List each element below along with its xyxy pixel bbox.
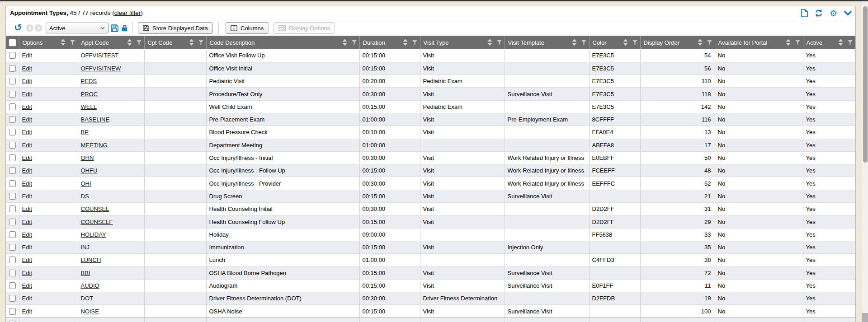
filter-icon[interactable] bbox=[137, 40, 142, 45]
sort-icon[interactable] bbox=[403, 39, 408, 46]
appt-code-link[interactable]: LUNCH bbox=[81, 257, 101, 263]
sort-icon[interactable] bbox=[342, 39, 347, 46]
column-header-options[interactable]: Options bbox=[19, 36, 78, 49]
row-checkbox[interactable] bbox=[9, 52, 16, 59]
edit-link[interactable]: Edit bbox=[22, 129, 32, 135]
appt-code-link[interactable]: OHI bbox=[81, 180, 91, 187]
appt-code-link[interactable]: PEDS bbox=[81, 78, 97, 84]
column-header-available_for_portal[interactable]: Available for Portal bbox=[715, 36, 803, 49]
filter-icon[interactable] bbox=[198, 40, 203, 45]
column-header-display_order[interactable]: Display Order bbox=[640, 36, 715, 49]
filter-icon[interactable] bbox=[848, 40, 853, 45]
row-checkbox[interactable] bbox=[9, 103, 16, 110]
edit-link[interactable]: Edit bbox=[22, 91, 32, 98]
row-checkbox[interactable] bbox=[9, 154, 16, 161]
filter-icon[interactable] bbox=[581, 40, 586, 45]
edit-link[interactable]: Edit bbox=[22, 282, 32, 289]
row-checkbox[interactable] bbox=[9, 244, 16, 251]
appt-code-link[interactable]: AUDIO bbox=[81, 282, 99, 289]
row-checkbox[interactable] bbox=[9, 78, 16, 84]
row-checkbox[interactable] bbox=[9, 180, 16, 187]
row-checkbox[interactable] bbox=[9, 231, 16, 238]
column-header-active[interactable]: Active bbox=[803, 36, 855, 49]
filter-icon[interactable] bbox=[707, 40, 712, 45]
row-checkbox[interactable] bbox=[9, 129, 16, 135]
nav-back-button[interactable] bbox=[26, 24, 33, 32]
status-filter-select[interactable]: Active bbox=[46, 23, 108, 33]
edit-link[interactable]: Edit bbox=[22, 65, 32, 72]
columns-button[interactable]: Columns bbox=[226, 22, 269, 34]
refresh-icon[interactable] bbox=[815, 9, 823, 17]
edit-link[interactable]: Edit bbox=[22, 270, 32, 276]
appt-code-link[interactable]: MEETING bbox=[81, 142, 108, 149]
appt-code-link[interactable]: COUNSEL bbox=[81, 205, 109, 212]
appt-code-link[interactable]: DOT bbox=[81, 295, 93, 302]
column-header-visit_template[interactable]: Visit Template bbox=[505, 36, 589, 49]
edit-link[interactable]: Edit bbox=[22, 219, 32, 225]
edit-link[interactable]: Edit bbox=[22, 167, 32, 174]
filter-icon[interactable] bbox=[412, 40, 417, 45]
row-checkbox[interactable] bbox=[9, 193, 16, 200]
appt-code-link[interactable]: OFFVISITNEW bbox=[81, 65, 121, 72]
row-checkbox[interactable] bbox=[9, 116, 16, 123]
appt-code-link[interactable]: OFFVISITEST bbox=[81, 52, 119, 59]
appt-code-link[interactable]: OHFU bbox=[81, 167, 98, 174]
undo-icon[interactable]: ↺ bbox=[14, 23, 22, 33]
edit-link[interactable]: Edit bbox=[22, 154, 32, 161]
appt-code-link[interactable]: COUNSELF bbox=[81, 219, 113, 225]
appt-code-link[interactable]: NOISE bbox=[81, 308, 99, 315]
filter-icon[interactable] bbox=[795, 40, 800, 45]
edit-link[interactable]: Edit bbox=[22, 244, 32, 251]
sort-icon[interactable] bbox=[786, 39, 791, 46]
appt-code-link[interactable]: BBI bbox=[81, 270, 90, 276]
edit-link[interactable]: Edit bbox=[22, 180, 32, 187]
edit-link[interactable]: Edit bbox=[22, 193, 32, 200]
appt-code-link[interactable]: OHN bbox=[81, 154, 94, 161]
column-header-appt_code[interactable]: Appt Code bbox=[78, 36, 144, 49]
select-all-checkbox[interactable] bbox=[9, 39, 16, 47]
row-checkbox[interactable] bbox=[9, 270, 16, 276]
row-checkbox[interactable] bbox=[9, 142, 16, 149]
vertical-scrollbar-thumb[interactable] bbox=[863, 6, 868, 163]
edit-link[interactable]: Edit bbox=[22, 257, 32, 263]
appt-code-link[interactable]: HOLIDAY bbox=[81, 231, 106, 238]
settings-gear-icon[interactable]: ⚙ bbox=[830, 9, 837, 18]
column-header-cpt_code[interactable]: Cpt Code bbox=[144, 36, 206, 49]
filter-icon[interactable] bbox=[352, 40, 357, 45]
filter-icon[interactable] bbox=[632, 40, 637, 45]
edit-link[interactable]: Edit bbox=[22, 116, 32, 123]
sort-icon[interactable] bbox=[838, 39, 843, 46]
edit-link[interactable]: Edit bbox=[22, 308, 32, 315]
appt-code-link[interactable]: INJ bbox=[81, 244, 90, 251]
row-checkbox[interactable] bbox=[9, 65, 16, 72]
row-checkbox[interactable] bbox=[9, 205, 16, 212]
appt-code-link[interactable]: PROC bbox=[81, 91, 98, 98]
column-header-duration[interactable]: Duration bbox=[359, 36, 420, 49]
edit-link[interactable]: Edit bbox=[22, 205, 32, 212]
appt-code-link[interactable]: BASELINE bbox=[81, 116, 110, 123]
sort-icon[interactable] bbox=[189, 39, 194, 46]
row-checkbox[interactable] bbox=[9, 167, 16, 174]
column-header-color[interactable]: Color bbox=[589, 36, 640, 49]
row-checkbox[interactable] bbox=[9, 219, 16, 225]
row-checkbox[interactable] bbox=[9, 257, 16, 263]
edit-link[interactable]: Edit bbox=[22, 231, 32, 238]
column-header-select-all[interactable] bbox=[6, 36, 19, 49]
row-checkbox[interactable] bbox=[9, 295, 16, 302]
row-checkbox[interactable] bbox=[9, 91, 16, 98]
lock-icon[interactable] bbox=[122, 24, 127, 33]
filter-icon[interactable] bbox=[70, 40, 75, 45]
sort-icon[interactable] bbox=[698, 39, 703, 46]
appt-code-link[interactable]: BP bbox=[81, 129, 89, 135]
row-checkbox[interactable] bbox=[9, 308, 16, 315]
sort-icon[interactable] bbox=[127, 39, 132, 46]
save-view-floppy-icon[interactable] bbox=[111, 24, 118, 33]
edit-link[interactable]: Edit bbox=[22, 103, 32, 110]
display-options-button[interactable]: Display Options bbox=[274, 22, 335, 34]
sort-icon[interactable] bbox=[487, 39, 492, 46]
filter-icon[interactable] bbox=[497, 40, 502, 45]
appt-code-link[interactable]: WELL bbox=[81, 103, 97, 110]
edit-link[interactable]: Edit bbox=[22, 142, 32, 149]
sort-icon[interactable] bbox=[61, 39, 66, 46]
collapse-chevron-icon[interactable] bbox=[844, 11, 852, 16]
